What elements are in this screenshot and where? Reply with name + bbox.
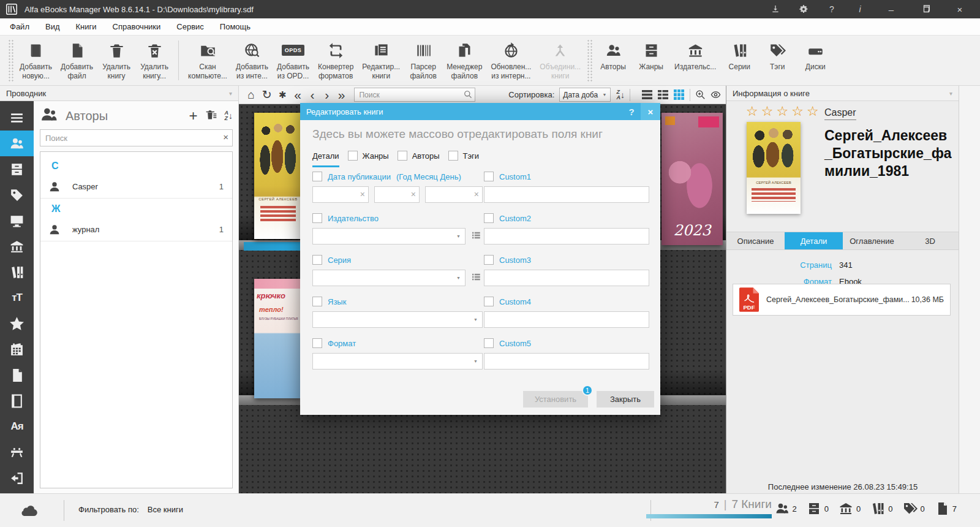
- collapse-panel-icon[interactable]: ▾: [949, 90, 952, 97]
- sidebar-fonts-button[interactable]: тТ: [0, 285, 34, 311]
- sidebar-dates-button[interactable]: [0, 336, 34, 362]
- language-checkbox[interactable]: [312, 297, 322, 306]
- view-details-icon[interactable]: [657, 89, 669, 100]
- publishers-counter[interactable]: 0: [839, 501, 861, 516]
- custom5-input[interactable]: [484, 354, 649, 369]
- tags-checkbox[interactable]: [448, 151, 458, 161]
- book-cover-magazine-2023[interactable]: 2023: [662, 113, 723, 245]
- custom2-checkbox[interactable]: [484, 213, 494, 223]
- filter-value[interactable]: Все книги: [148, 505, 183, 514]
- sidebar-exit-button[interactable]: [0, 465, 34, 491]
- genres-counter[interactable]: 0: [807, 501, 829, 516]
- sidebar-rating-button[interactable]: [0, 311, 34, 336]
- custom3-checkbox[interactable]: [484, 255, 494, 265]
- dialog-tab-authors[interactable]: Авторы: [398, 151, 440, 167]
- book-cover-magazine-knitting[interactable]: крючко тепло! БЛУЗЫ РУБАШКИ ПЛАТЬЯ: [254, 279, 302, 398]
- delete-author-button[interactable]: [205, 108, 217, 123]
- publishers-button[interactable]: Издательс...: [670, 36, 720, 85]
- format-converter-button[interactable]: Конвертерформатов: [314, 36, 358, 85]
- menu-books[interactable]: Книги: [76, 22, 97, 31]
- author-link[interactable]: Casper: [824, 107, 856, 120]
- sidebar-menu-button[interactable]: [0, 105, 34, 131]
- publisher-checkbox[interactable]: [312, 213, 322, 223]
- dialog-titlebar[interactable]: Редактировать книги ? ×: [300, 103, 660, 120]
- publisher-dropdown[interactable]: ▼: [312, 228, 466, 245]
- dialog-tab-details[interactable]: Детали: [312, 151, 339, 167]
- sidebar-publishers-button[interactable]: [0, 233, 34, 259]
- download-icon[interactable]: [769, 3, 782, 15]
- custom4-input[interactable]: [484, 312, 649, 327]
- file-manager-button[interactable]: Менеджерфайлов: [442, 36, 486, 85]
- menu-references[interactable]: Справочники: [113, 22, 161, 31]
- custom4-checkbox[interactable]: [484, 297, 494, 306]
- clear-icon[interactable]: ×: [411, 189, 416, 199]
- custom3-input[interactable]: [484, 270, 649, 286]
- sidebar-shelf-button[interactable]: [0, 439, 34, 465]
- favorites-asterisk-icon[interactable]: ✱: [276, 88, 290, 102]
- apply-button[interactable]: Установить 1: [523, 391, 588, 408]
- last-page-icon[interactable]: »: [335, 88, 349, 102]
- close-dialog-button[interactable]: Закрыть: [597, 391, 654, 408]
- about-info-icon[interactable]: i: [854, 3, 866, 15]
- genres-checkbox[interactable]: [348, 151, 358, 161]
- tab-details[interactable]: Детали: [785, 232, 843, 249]
- zoom-in-icon[interactable]: [695, 89, 706, 100]
- tab-contents[interactable]: Оглавление: [843, 232, 901, 249]
- disks-button[interactable]: Диски: [796, 36, 834, 85]
- sort-az-button[interactable]: AZ↓: [225, 110, 233, 121]
- dialog-tab-tags[interactable]: Тэги: [448, 151, 480, 167]
- home-icon[interactable]: ⌂: [244, 88, 258, 102]
- publisher-list-button[interactable]: [470, 230, 481, 243]
- add-author-button[interactable]: +: [189, 110, 197, 122]
- rating-stars[interactable]: ☆☆☆☆☆: [746, 104, 822, 119]
- tags-button[interactable]: Тэги: [758, 36, 796, 85]
- settings-gear-icon[interactable]: [797, 3, 810, 15]
- books-counter[interactable]: 7: [935, 501, 957, 516]
- view-list-icon[interactable]: [641, 89, 653, 100]
- sidebar-devices-button[interactable]: [0, 208, 34, 233]
- series-button[interactable]: Серии: [720, 36, 758, 85]
- help-icon[interactable]: ?: [826, 3, 838, 15]
- dialog-help-icon[interactable]: ?: [622, 107, 641, 117]
- dialog-tab-genres[interactable]: Жанры: [348, 151, 389, 167]
- authors-button[interactable]: Авторы: [594, 36, 632, 85]
- series-dropdown[interactable]: ▼: [312, 270, 466, 286]
- delete-book-button[interactable]: Удалитькнигу: [97, 36, 135, 85]
- clear-icon[interactable]: ×: [474, 189, 479, 199]
- custom5-checkbox[interactable]: [484, 338, 494, 348]
- update-from-internet-button[interactable]: Обновлен...из интерн...: [486, 36, 535, 85]
- series-checkbox[interactable]: [312, 255, 322, 265]
- clear-icon[interactable]: ×: [360, 189, 365, 199]
- delete-book-options-button[interactable]: Удалитькнигу...: [135, 36, 173, 85]
- books-search-input[interactable]: [354, 88, 475, 102]
- book-cover-thumbnail[interactable]: СЕРГЕЙ АЛЕКСЕЕВ: [747, 122, 801, 214]
- sidebar-books-button[interactable]: [0, 388, 34, 414]
- book-file-item[interactable]: PDF Сергей_Алексеев_Богатырские_фами... …: [733, 284, 951, 316]
- clear-search-icon[interactable]: ×: [223, 132, 228, 142]
- cloud-sync-icon[interactable]: [20, 502, 38, 520]
- custom1-checkbox[interactable]: [484, 172, 494, 181]
- file-parser-button[interactable]: Парсерфайлов: [404, 36, 442, 85]
- menu-service[interactable]: Сервис: [176, 22, 204, 31]
- first-page-icon[interactable]: «: [291, 88, 304, 102]
- sidebar-series-button[interactable]: [0, 259, 34, 285]
- collapse-panel-icon[interactable]: ▾: [229, 90, 232, 97]
- add-new-book-button[interactable]: Добавитьновую...: [15, 36, 56, 85]
- tab-3d[interactable]: 3D: [901, 232, 959, 249]
- sidebar-formats-button[interactable]: [0, 362, 34, 388]
- sort-direction-button[interactable]: ZA↓: [617, 89, 625, 100]
- restore-button[interactable]: [916, 4, 935, 15]
- sidebar-genres-button[interactable]: [0, 156, 34, 182]
- pub-date-checkbox[interactable]: [312, 172, 322, 181]
- author-list-item[interactable]: Casper 1: [40, 175, 232, 199]
- menu-file[interactable]: Файл: [10, 22, 29, 31]
- series-list-button[interactable]: [470, 271, 481, 285]
- prev-page-icon[interactable]: ‹: [306, 88, 319, 102]
- custom1-input[interactable]: [484, 187, 649, 202]
- sort-dropdown[interactable]: Дата доба▼: [559, 88, 610, 102]
- preview-eye-icon[interactable]: [710, 89, 721, 100]
- dialog-close-icon[interactable]: ×: [641, 103, 660, 120]
- sidebar-authors-button[interactable]: [0, 131, 34, 156]
- genres-button[interactable]: Жанры: [632, 36, 670, 85]
- authors-checkbox[interactable]: [398, 151, 407, 161]
